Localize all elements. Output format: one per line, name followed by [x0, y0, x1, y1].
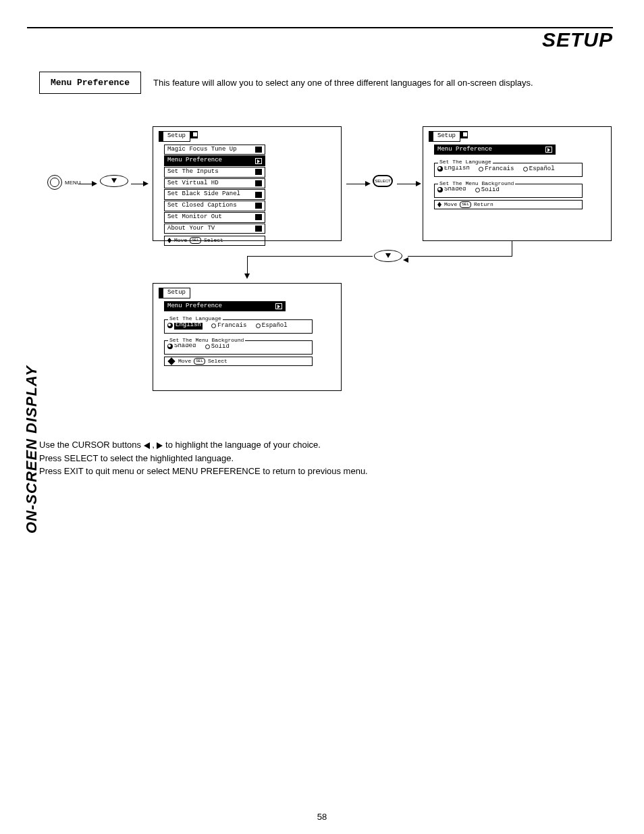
radio-icon	[523, 167, 528, 172]
instructions: Use the CURSOR buttons , to highlight th…	[39, 438, 613, 478]
osd-menu-preference-selected: Setup Menu Preference Set The Language E…	[153, 283, 342, 391]
radio-icon	[211, 323, 216, 328]
cursor-down-icon	[374, 250, 402, 263]
arrow-icon	[131, 181, 149, 186]
osd-tab: Setup	[159, 288, 190, 298]
radio-icon	[167, 344, 173, 349]
radio-icon	[437, 166, 443, 172]
arrow-icon	[78, 181, 97, 186]
triangle-right-icon	[157, 442, 163, 449]
osd-subtab: Menu Preference	[164, 301, 286, 312]
osd-item: Set The Inputs	[164, 167, 265, 178]
osd-item: About Your TV	[164, 224, 265, 234]
osd-subtab: Menu Preference	[434, 145, 556, 155]
osd-hint-bar: Move SEL Return	[434, 200, 583, 209]
radio-icon	[205, 344, 210, 349]
radio-icon	[475, 188, 480, 192]
osd-hint-bar: Move SEL Select	[164, 357, 313, 366]
feature-name-box: Menu Preference	[39, 72, 141, 94]
group-label: Set The Language	[168, 315, 223, 322]
radio-icon	[256, 323, 261, 328]
connector-line	[408, 256, 512, 257]
triangle-left-icon	[144, 442, 150, 449]
radio-icon	[437, 187, 443, 192]
connector-line	[512, 241, 512, 256]
cursor-down-icon	[100, 175, 128, 188]
osd-setup-menu: Setup Magic Focus Tune Up Menu Preferenc…	[153, 126, 342, 241]
arrow-left-icon	[403, 253, 408, 265]
osd-tab: Setup	[429, 131, 460, 142]
page-number: 58	[0, 812, 644, 822]
group-label: Set The Menu Background	[168, 337, 245, 344]
group-label: Set The Language	[438, 159, 493, 165]
arrow-icon	[346, 181, 371, 186]
radio-icon	[479, 167, 483, 172]
menu-button-icon: MENU	[47, 175, 81, 190]
osd-item: Set Virtual HD	[164, 178, 265, 189]
circle-icon	[47, 175, 62, 190]
osd-item: Set Black Side Panel	[164, 189, 265, 200]
arrow-down-icon	[244, 256, 250, 279]
osd-hint-bar: Move SEL Select	[164, 236, 265, 245]
osd-item: Magic Focus Tune Up	[164, 145, 265, 155]
diamond-icon	[167, 357, 175, 365]
arrow-icon	[397, 181, 421, 186]
side-tab-label: ON-SCREEN DISPLAY	[23, 365, 41, 533]
osd-menu-preference: Setup Menu Preference Set The Language E…	[423, 126, 612, 241]
page-title: SETUP	[27, 28, 613, 51]
diagram-area: MENU Setup Magic Focus Tune Up Menu Pref…	[39, 114, 613, 398]
osd-item-selected: Menu Preference	[164, 155, 265, 166]
osd-tab: Setup	[159, 131, 190, 142]
group-label: Set The Menu Background	[438, 180, 515, 187]
connector-line	[247, 256, 373, 257]
osd-item: Set Monitor Out	[164, 212, 265, 223]
select-button-icon: SELECT	[373, 175, 393, 187]
osd-item: Set Closed Captions	[164, 201, 265, 211]
feature-row: Menu Preference This feature will allow …	[39, 72, 613, 94]
feature-description: This feature will allow you to select an…	[153, 78, 533, 88]
radio-icon	[167, 323, 173, 328]
